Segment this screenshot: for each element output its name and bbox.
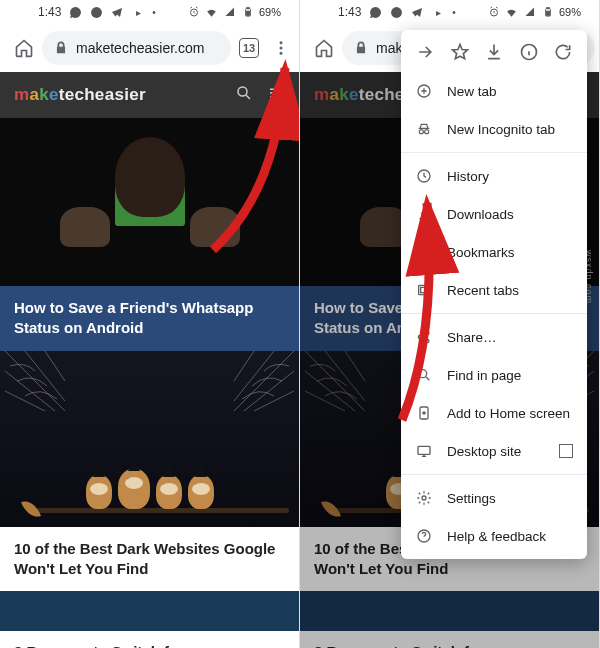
svg-point-6 (280, 47, 283, 50)
svg-point-9 (391, 7, 402, 18)
lock-icon (354, 41, 368, 55)
svg-point-0 (91, 7, 102, 18)
article-3[interactable]: 8 Reasons to Switch from (0, 591, 299, 648)
svg-point-24 (419, 370, 427, 378)
desktop-checkbox[interactable] (559, 444, 573, 458)
help-icon (415, 527, 433, 545)
menu-kebab-icon[interactable] (267, 34, 295, 62)
svg-rect-26 (418, 446, 430, 454)
lock-icon (54, 41, 68, 55)
history-icon (415, 167, 433, 185)
status-bar: 1:43 ▸ • 69% (300, 0, 599, 24)
info-icon[interactable] (517, 40, 541, 64)
star-icon[interactable] (448, 40, 472, 64)
article-3-title: 8 Reasons to Switch from (0, 631, 299, 648)
article-2-title: 10 of the Best Dark Websites Google Won'… (0, 527, 299, 592)
alarm-icon (487, 5, 501, 19)
menu-settings[interactable]: Settings (401, 479, 587, 517)
chrome-overflow-menu: New tab New Incognito tab History Downlo… (401, 30, 587, 559)
plus-icon (415, 82, 433, 100)
site-logo[interactable]: maketecheasier (14, 85, 146, 105)
downloads-icon (415, 205, 433, 223)
arrow-status-icon: ▸ (131, 5, 145, 19)
svg-rect-20 (421, 287, 428, 292)
more-status-icon: • (152, 7, 156, 18)
whatsapp-status-icon (68, 5, 82, 19)
find-icon (415, 366, 433, 384)
menu-share[interactable]: Share… (401, 318, 587, 356)
site-header: maketecheasier (0, 72, 299, 118)
menu-downloads[interactable]: Downloads (401, 195, 587, 233)
status-time: 1:43 (338, 5, 361, 19)
forward-icon[interactable] (413, 40, 437, 64)
svg-point-8 (238, 87, 247, 96)
svg-rect-12 (547, 7, 550, 8)
phone-right: 1:43 ▸ • 69% maket maketecheasier (300, 0, 600, 648)
menu-help[interactable]: Help & feedback (401, 517, 587, 555)
incognito-icon (415, 120, 433, 138)
svg-point-17 (425, 130, 429, 134)
share-icon (415, 328, 433, 346)
tab-switcher[interactable]: 13 (239, 38, 259, 58)
battery-icon (241, 5, 255, 19)
telegram-status-icon (110, 5, 124, 19)
svg-rect-4 (246, 11, 249, 15)
menu-recent-tabs[interactable]: Recent tabs (401, 271, 587, 309)
alarm-icon (187, 5, 201, 19)
url-text: maketecheasier.com (76, 40, 219, 56)
arrow-status-icon: ▸ (431, 5, 445, 19)
svg-point-5 (280, 41, 283, 44)
home-icon[interactable] (310, 34, 338, 62)
browser-toolbar: maketecheasier.com 13 (0, 24, 299, 72)
messenger-status-icon (389, 5, 403, 19)
menu-incognito[interactable]: New Incognito tab (401, 110, 587, 148)
svg-point-16 (419, 130, 423, 134)
messenger-status-icon (89, 5, 103, 19)
wifi-icon (505, 5, 519, 19)
telegram-status-icon (410, 5, 424, 19)
article-1[interactable]: ✆ How to Save a Friend's Whatsapp Status… (0, 118, 299, 351)
gear-icon (415, 489, 433, 507)
signal-icon (523, 5, 537, 19)
whatsapp-status-icon (368, 5, 382, 19)
battery-percent: 69% (559, 6, 581, 18)
home-icon[interactable] (10, 34, 38, 62)
svg-rect-3 (247, 7, 250, 8)
phone-left: 1:43 ▸ • 69% maketecheasier.com 13 maket… (0, 0, 300, 648)
download-icon[interactable] (482, 40, 506, 64)
search-icon[interactable] (235, 84, 253, 106)
svg-point-27 (422, 496, 426, 500)
battery-percent: 69% (259, 6, 281, 18)
status-bar: 1:43 ▸ • 69% (0, 0, 299, 24)
menu-desktop-site[interactable]: Desktop site (401, 432, 587, 470)
bookmarks-icon (415, 243, 433, 261)
hamburger-icon[interactable] (267, 84, 285, 106)
wifi-icon (205, 5, 219, 19)
svg-rect-13 (546, 11, 549, 15)
signal-icon (223, 5, 237, 19)
webpage-content: maketecheasier ✆ How to Save a Friend's … (0, 72, 299, 648)
omnibox[interactable]: maketecheasier.com (42, 31, 231, 65)
svg-point-7 (280, 52, 283, 55)
menu-find[interactable]: Find in page (401, 356, 587, 394)
battery-icon (541, 5, 555, 19)
desktop-icon (415, 442, 433, 460)
status-time: 1:43 (38, 5, 61, 19)
article-2[interactable]: 10 of the Best Dark Websites Google Won'… (0, 351, 299, 592)
menu-bookmarks[interactable]: Bookmarks (401, 233, 587, 271)
article-1-title: How to Save a Friend's Whatsapp Status o… (0, 286, 299, 351)
add-home-icon (415, 404, 433, 422)
menu-history[interactable]: History (401, 157, 587, 195)
recent-tabs-icon (415, 281, 433, 299)
menu-add-home[interactable]: Add to Home screen (401, 394, 587, 432)
more-status-icon: • (452, 7, 456, 18)
refresh-icon[interactable] (551, 40, 575, 64)
menu-new-tab[interactable]: New tab (401, 72, 587, 110)
